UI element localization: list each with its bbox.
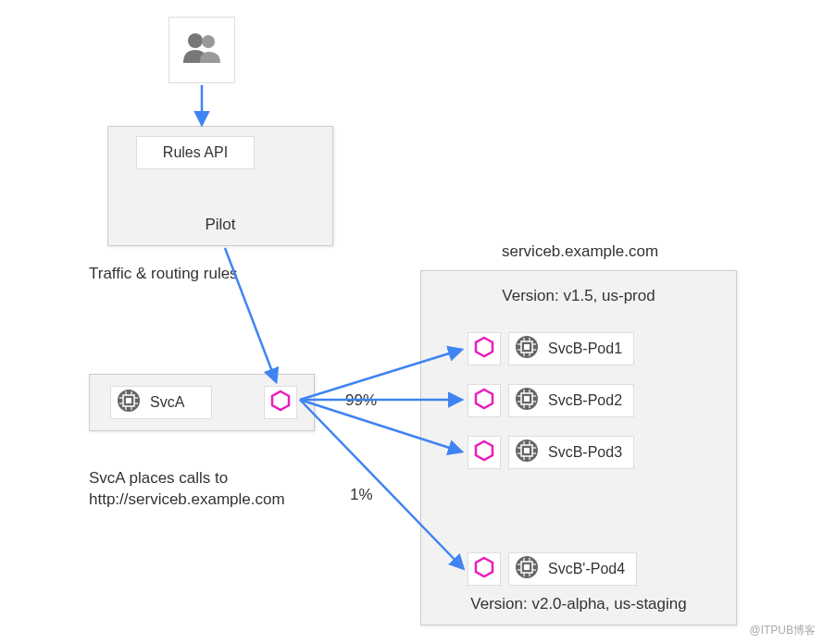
svg-rect-41 — [524, 448, 530, 453]
svg-marker-14 — [476, 338, 493, 356]
chip-icon — [117, 389, 141, 416]
pod4-proxy-hex — [468, 552, 501, 586]
serviceb-box: Version: v1.5, us-prod SvcB-Pod1 SvcB-Po… — [420, 270, 737, 625]
pod4-label: SvcB'-Pod4 — [548, 561, 625, 577]
serviceb-host-label: serviceb.example.com — [502, 242, 658, 263]
pod3-label: SvcB-Pod3 — [548, 444, 622, 461]
version-prod-label: Version: v1.5, us-prod — [421, 286, 736, 307]
watermark: @ITPUB博客 — [749, 623, 816, 638]
svg-point-1 — [202, 35, 215, 48]
svg-marker-13 — [272, 391, 289, 410]
hexagon-icon — [473, 336, 495, 362]
users-icon — [181, 31, 222, 68]
pod2-chip-box: SvcB-Pod2 — [508, 384, 634, 417]
pod3-proxy-hex — [468, 436, 501, 469]
chip-icon — [515, 387, 539, 415]
svg-rect-4 — [126, 398, 131, 403]
pct99-label: 99% — [345, 390, 377, 412]
traffic-rules-label: Traffic & routing rules — [89, 264, 246, 285]
svg-marker-50 — [476, 558, 493, 576]
svg-rect-29 — [524, 396, 530, 402]
hexagon-icon — [473, 556, 495, 582]
hexagon-icon — [269, 390, 292, 415]
pod1-proxy-hex — [468, 332, 501, 365]
chip-icon — [515, 335, 539, 363]
svg-marker-26 — [476, 390, 493, 408]
pod2-proxy-hex — [468, 384, 501, 417]
chip-icon — [515, 439, 539, 466]
pilot-title: Pilot — [108, 215, 332, 236]
svg-marker-38 — [476, 441, 493, 460]
svca-chip-box: SvcA — [110, 386, 212, 419]
rules-api-label: Rules API — [163, 144, 228, 161]
pct1-label: 1% — [350, 485, 373, 506]
svg-rect-17 — [524, 344, 530, 350]
pod1-label: SvcB-Pod1 — [548, 341, 622, 357]
svg-rect-53 — [524, 564, 530, 570]
chip-icon — [515, 555, 539, 583]
svca-box: SvcA — [89, 374, 315, 431]
pod4-chip-box: SvcB'-Pod4 — [508, 552, 637, 586]
users-icon-box — [168, 17, 235, 83]
pilot-box: Rules API Pilot — [107, 126, 333, 246]
svca-proxy-hex — [264, 386, 297, 419]
pod1-chip-box: SvcB-Pod1 — [508, 332, 634, 365]
hexagon-icon — [473, 388, 495, 414]
pod2-label: SvcB-Pod2 — [548, 392, 622, 409]
version-staging-label: Version: v2.0-alpha, us-staging — [421, 594, 736, 615]
pod3-chip-box: SvcB-Pod3 — [508, 436, 634, 469]
svca-calls-label: SvcA places calls to http://serviceb.exa… — [89, 468, 330, 511]
hexagon-icon — [473, 440, 495, 465]
svca-label: SvcA — [150, 394, 184, 411]
svg-point-0 — [188, 33, 203, 48]
rules-api-box: Rules API — [136, 136, 255, 169]
